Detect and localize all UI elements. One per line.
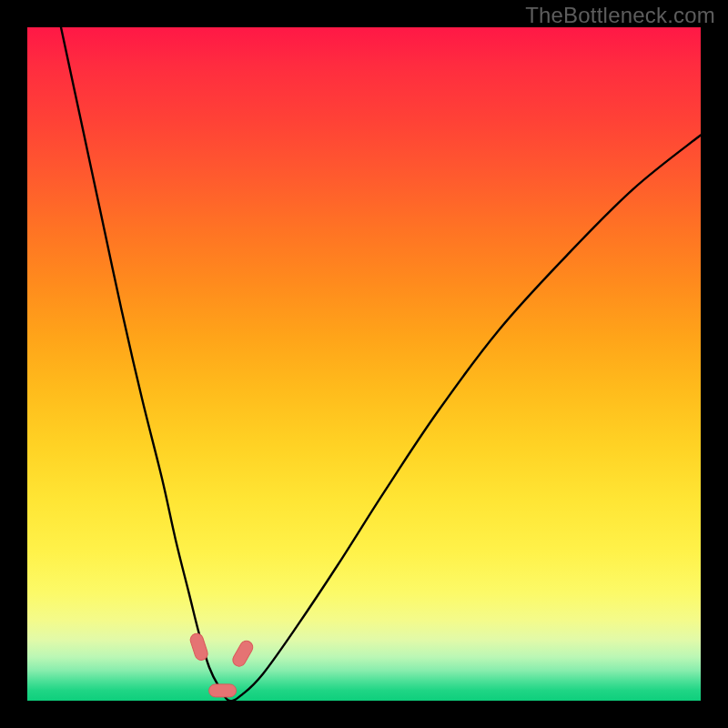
curve-overlay xyxy=(27,27,701,701)
data-marker xyxy=(188,632,209,662)
bottleneck-curve xyxy=(61,27,701,701)
data-marker xyxy=(209,684,237,697)
plot-area xyxy=(27,27,701,701)
chart-frame: TheBottleneck.com xyxy=(0,0,728,728)
markers-group xyxy=(188,632,255,697)
data-marker xyxy=(230,639,255,669)
watermark-text: TheBottleneck.com xyxy=(525,3,715,28)
